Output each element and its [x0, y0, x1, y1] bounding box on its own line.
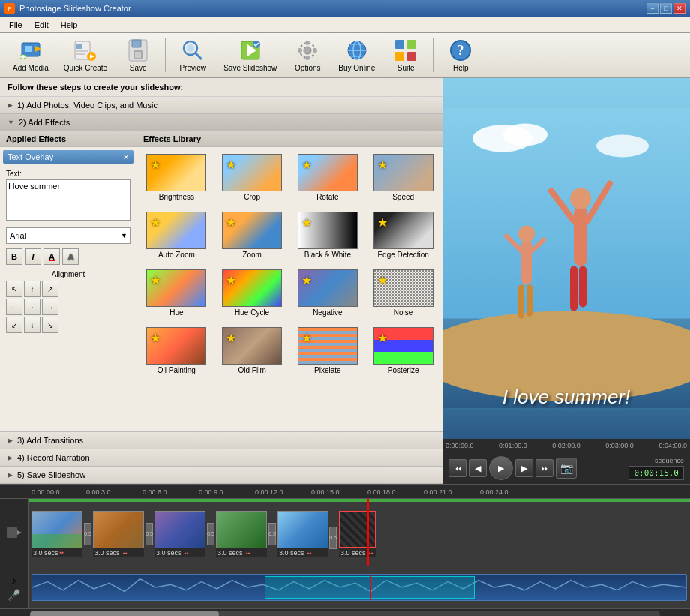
add-media-button[interactable]: Add Media — [6, 35, 56, 74]
crop-star: ★ — [226, 158, 236, 172]
next-frame-button[interactable]: ▶ — [515, 459, 533, 477]
clip-4[interactable]: 3.0 secs ▪▪ — [216, 511, 267, 557]
preview-label: Preview — [179, 64, 206, 72]
pixelate-label: Pixelate — [314, 366, 341, 374]
speed-label: Speed — [392, 193, 414, 201]
buy-online-button[interactable]: Buy Online — [332, 35, 382, 74]
menu-edit[interactable]: Edit — [28, 19, 55, 31]
clip-5[interactable]: 3.0 secs ▪▪ — [278, 511, 328, 557]
step2-item[interactable]: ▼ 2) Add Effects — [0, 114, 442, 131]
scrollbar-thumb[interactable] — [30, 611, 219, 617]
effect-rotate[interactable]: ★ Rotate — [292, 150, 364, 205]
save-button[interactable]: Save — [116, 35, 160, 74]
effects-library-header: Effects Library — [137, 131, 442, 147]
skip-start-button[interactable]: ⏮ — [448, 459, 466, 477]
color-button[interactable]: A — [44, 248, 60, 265]
menu-help[interactable]: Help — [55, 19, 84, 31]
transition-4-label: 0.5 — [268, 531, 276, 536]
skip-end-button[interactable]: ⏭ — [536, 459, 554, 477]
align-bottomleft[interactable]: ↙ — [6, 317, 22, 333]
effect-autozoom[interactable]: ★ Auto Zoom — [140, 208, 213, 263]
posterize-star: ★ — [377, 331, 388, 345]
close-button[interactable]: ✕ — [674, 3, 686, 14]
clip-6-active[interactable]: 3.0 secs ▪▪ — [339, 511, 376, 557]
step3-item[interactable]: ▶ 3) Add Transitions — [0, 432, 442, 449]
text-label: Text: — [6, 170, 130, 178]
shadow-button[interactable]: A — [62, 248, 79, 265]
video-clips: 3.0 secs ▪▪ 0.5 3.0 secs ▪▪ 0.5 — [28, 499, 690, 566]
menu-file[interactable]: File — [3, 19, 28, 31]
help-button[interactable]: ? Help — [438, 35, 483, 74]
options-label: Options — [295, 64, 320, 72]
clip-2[interactable]: 3.0 secs ▪▪ — [93, 511, 144, 557]
maximize-button[interactable]: □ — [660, 3, 672, 14]
ruler-marks: 0:00:00.0 0:00:3.0 0:00:6.0 0:00:9.0 0:0… — [30, 485, 690, 498]
help-label: Help — [453, 64, 469, 72]
effects-container: Applied Effects Text Overlay ✕ Text: I l… — [0, 131, 442, 431]
align-center[interactable]: · — [24, 299, 40, 315]
clip-4-duration: 3.0 secs ▪▪ — [216, 548, 267, 557]
huecycle-star: ★ — [226, 273, 236, 287]
effect-negative[interactable]: ★ Negative — [292, 266, 364, 320]
font-select[interactable]: Arial Times New Roman Verdana — [6, 227, 130, 244]
effect-edge[interactable]: ★ Edge Detection — [367, 208, 440, 263]
effect-bw[interactable]: ★ Black & White — [292, 208, 364, 263]
clip-3[interactable]: 3.0 secs ▪▪ — [154, 511, 206, 557]
clip-1[interactable]: 3.0 secs ▪▪ — [32, 511, 82, 557]
effect-crop[interactable]: ★ Crop — [216, 150, 289, 205]
clip-6-duration: 3.0 secs ▪▪ — [339, 548, 376, 557]
align-topleft[interactable]: ↖ — [6, 281, 22, 297]
italic-button[interactable]: I — [25, 248, 41, 265]
transition-2-label: 0.5 — [146, 531, 153, 536]
effects-grid: ★ Brightness ★ Crop — [140, 150, 440, 378]
save-slideshow-button[interactable]: Save Slideshow — [217, 35, 284, 74]
app-icon: P — [4, 3, 15, 14]
text-formatting: B I A A — [0, 248, 136, 265]
text-overlay-tag[interactable]: Text Overlay ✕ — [3, 150, 134, 164]
effect-posterize[interactable]: ★ Posterize — [367, 323, 440, 378]
align-bottomright[interactable]: ↘ — [42, 317, 58, 333]
options-button[interactable]: Options — [285, 35, 330, 74]
transition-2-visual: 0.5 — [146, 523, 153, 545]
preview-button[interactable]: Preview — [170, 35, 215, 74]
svg-point-25 — [305, 56, 310, 60]
effect-zoom[interactable]: ★ Zoom — [216, 208, 289, 263]
time-display-section: sequence 0:00:15.0 — [628, 457, 684, 480]
clip-4-thumb — [216, 511, 267, 548]
clip-1-thumb — [32, 511, 82, 548]
timeline-scrollbar[interactable] — [0, 608, 690, 616]
play-button[interactable]: ▶ — [489, 456, 513, 480]
step1-item[interactable]: ▶ 1) Add Photos, Video Clips, and Music — [0, 97, 442, 114]
effect-speed[interactable]: ★ Speed — [367, 150, 440, 205]
step2-label: 2) Add Effects — [19, 118, 70, 127]
step5-item[interactable]: ▶ 5) Save Slideshow — [0, 467, 442, 484]
alignment-label: Alignment — [6, 270, 130, 278]
effect-huecycle[interactable]: ★ Hue Cycle — [216, 266, 289, 320]
align-topright[interactable]: ↗ — [42, 281, 58, 297]
clip-2-duration: 3.0 secs ▪▪ — [93, 548, 144, 557]
align-right[interactable]: → — [42, 299, 58, 315]
prev-frame-button[interactable]: ◀ — [469, 459, 487, 477]
clip-4-duration-text: 3.0 secs — [218, 549, 243, 557]
text-input[interactable]: I love summer! — [6, 179, 130, 221]
suite-button[interactable]: Suite — [383, 35, 428, 74]
effect-oldfilm[interactable]: ★ Old Film — [216, 323, 289, 378]
time-1: 0:01:00.0 — [499, 442, 527, 449]
align-top[interactable]: ↑ — [24, 281, 40, 297]
quick-create-button[interactable]: Quick Create — [57, 35, 114, 74]
minimize-button[interactable]: − — [646, 3, 658, 14]
step2-arrow: ▼ — [8, 119, 14, 126]
align-bottom[interactable]: ↓ — [24, 317, 40, 333]
bold-button[interactable]: B — [6, 248, 22, 265]
effect-brightness[interactable]: ★ Brightness — [140, 150, 213, 205]
effect-noise[interactable]: ★ Noise — [367, 266, 440, 320]
effect-hue[interactable]: ★ Hue — [140, 266, 213, 320]
effect-pixelate[interactable]: ★ Pixelate — [292, 323, 364, 378]
save-slideshow-label: Save Slideshow — [224, 64, 277, 72]
ruler-18: 0:00:18.0 — [368, 488, 396, 496]
align-left[interactable]: ← — [6, 299, 22, 315]
text-overlay-close[interactable]: ✕ — [123, 153, 129, 161]
step4-item[interactable]: ▶ 4) Record Narration — [0, 449, 442, 467]
snapshot-button[interactable]: 📷 — [556, 458, 577, 479]
effect-oil[interactable]: ★ Oil Painting — [140, 323, 213, 378]
